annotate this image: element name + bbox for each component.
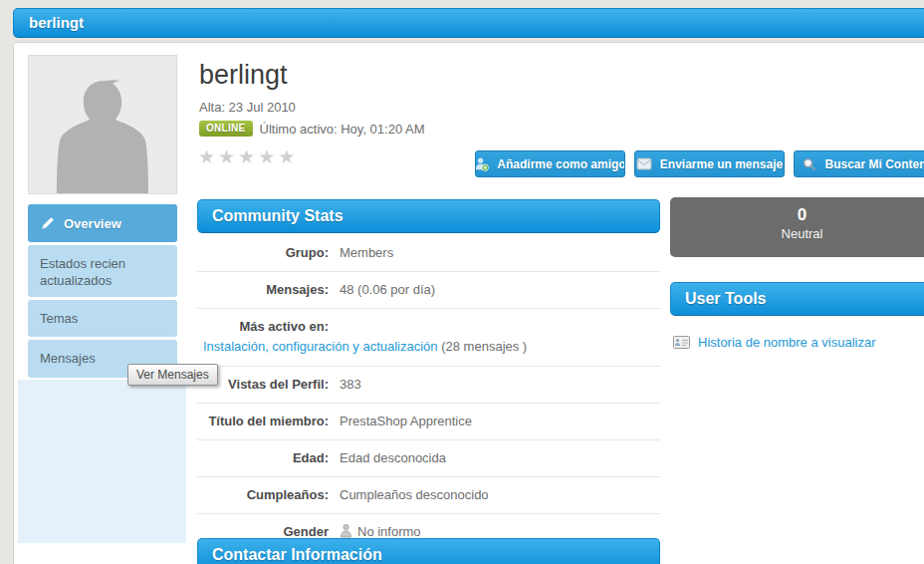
row-label: Cumpleaños: bbox=[197, 486, 329, 504]
community-stats-header: Community Stats bbox=[197, 199, 660, 233]
name-history-link[interactable]: Historia de nombre a visualizar bbox=[698, 335, 875, 350]
table-row: Cumpleaños: Cumpleaños desconocido bbox=[197, 477, 660, 514]
sidebar-background bbox=[18, 380, 186, 543]
join-date: Alta: 23 Jul 2010 bbox=[199, 100, 296, 115]
community-stats-table: Grupo: Members Mensajes: 48 (0.06 por dí… bbox=[197, 235, 660, 550]
reputation-box: 0 Neutral bbox=[670, 197, 924, 257]
star-icon[interactable]: ★ bbox=[238, 146, 258, 167]
tooltip-ver-mensajes: Ver Mensajes bbox=[127, 364, 218, 386]
sidebar-item-label: Overview bbox=[64, 215, 121, 232]
sidebar-item-label: Temas bbox=[40, 311, 78, 326]
table-row: Mensajes: 48 (0.06 por día) bbox=[197, 272, 660, 309]
row-value: Cumpleaños desconocido bbox=[340, 486, 489, 504]
page-title: berlingt bbox=[13, 8, 924, 38]
table-row: Vistas del Perfil: 383 bbox=[197, 367, 660, 404]
row-value: Edad desconocida bbox=[340, 449, 446, 467]
find-content-button[interactable]: Buscar Mi Contenido bbox=[794, 150, 924, 177]
user-tools-header: User Tools bbox=[670, 282, 924, 316]
online-badge: ONLINE bbox=[199, 121, 253, 137]
last-active-text: Último activo: Hoy, 01:20 AM bbox=[260, 122, 425, 137]
sidebar-item-label: Estados recien actualizados bbox=[40, 256, 125, 288]
add-friend-icon bbox=[475, 156, 489, 171]
name-history-link-row[interactable]: Historia de nombre a visualizar bbox=[673, 335, 875, 350]
person-icon bbox=[340, 523, 352, 538]
row-value: 383 bbox=[340, 376, 361, 394]
table-row: Título del miembro: PrestaShop Apprentic… bbox=[197, 404, 660, 440]
row-value: 48 (0.06 por día) bbox=[340, 281, 435, 299]
last-active-row: ONLINE Último activo: Hoy, 01:20 AM bbox=[199, 121, 425, 137]
row-value: PrestaShop Apprentice bbox=[340, 413, 472, 430]
row-label: Título del miembro: bbox=[197, 413, 329, 430]
avatar bbox=[28, 55, 177, 194]
contact-info-header: Contactar Información bbox=[197, 538, 660, 564]
table-row: Edad: Edad desconocida bbox=[197, 440, 660, 477]
send-message-button[interactable]: Enviarme un mensaje bbox=[634, 150, 785, 177]
search-icon bbox=[802, 156, 816, 171]
button-label: Buscar Mi Contenido bbox=[824, 157, 924, 171]
star-icon[interactable]: ★ bbox=[218, 146, 238, 167]
message-count-suffix: (28 mensajes ) bbox=[441, 339, 527, 354]
table-row: Más activo en: Instalación, configuració… bbox=[197, 309, 660, 367]
most-active-forum-link[interactable]: Instalación, configuración y actualizaci… bbox=[203, 339, 438, 354]
avatar-silhouette-icon bbox=[39, 66, 166, 193]
sidebar-item-label: Mensajes bbox=[40, 351, 96, 366]
reputation-label: Neutral bbox=[670, 225, 924, 243]
sidebar-item-status-updates[interactable]: Estados recien actualizados bbox=[28, 245, 177, 297]
envelope-icon bbox=[636, 157, 652, 170]
star-icon[interactable]: ★ bbox=[258, 146, 278, 167]
row-label: Más activo en: bbox=[197, 318, 329, 336]
table-row: Grupo: Members bbox=[197, 235, 660, 272]
username-heading: berlingt bbox=[199, 60, 288, 91]
row-label: Mensajes: bbox=[197, 281, 329, 299]
sidebar-item-topics[interactable]: Temas bbox=[28, 300, 177, 337]
rating-stars[interactable]: ★★★★★ bbox=[198, 145, 298, 168]
star-icon[interactable]: ★ bbox=[278, 146, 298, 167]
row-value: Members bbox=[340, 244, 393, 262]
profile-page: berlingt Overview Estados recien actuali… bbox=[0, 0, 924, 564]
pencil-icon bbox=[40, 216, 55, 231]
button-label: Añadirme como amigo bbox=[497, 157, 625, 171]
row-label: Edad: bbox=[197, 449, 329, 467]
vcard-icon bbox=[673, 336, 690, 349]
button-label: Enviarme un mensaje bbox=[660, 157, 783, 171]
reputation-value: 0 bbox=[670, 205, 924, 225]
row-label: Grupo: bbox=[197, 244, 329, 262]
sidebar-item-overview[interactable]: Overview bbox=[28, 204, 177, 242]
add-friend-button[interactable]: Añadirme como amigo bbox=[475, 150, 625, 177]
star-icon[interactable]: ★ bbox=[198, 146, 218, 167]
